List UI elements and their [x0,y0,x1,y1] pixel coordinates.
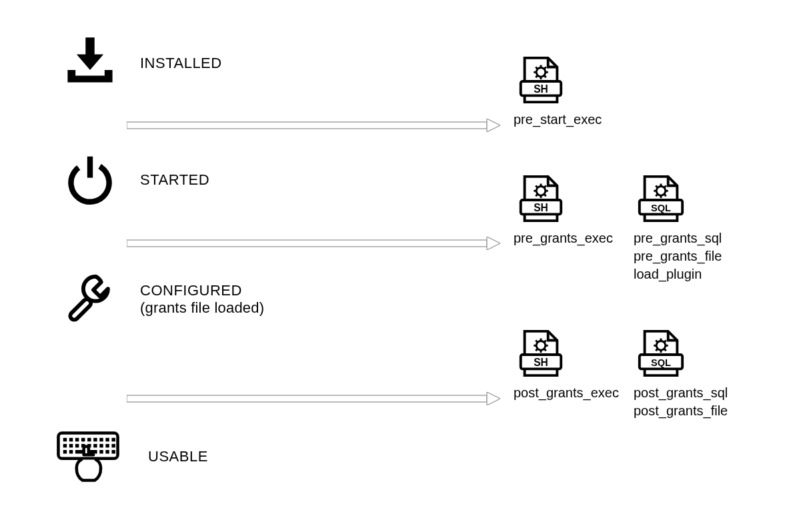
power-icon [60,150,120,210]
hook-label-post-grants-sql: post_grants_sql [634,384,728,402]
svg-line-23 [544,186,546,188]
svg-text:SH: SH [534,357,548,368]
file-pre-grants-sql: SQL pre_grants_sql pre_grants_file load_… [634,172,722,283]
svg-rect-69 [87,438,91,441]
svg-rect-83 [63,450,67,453]
stage-installed: INSTALLED [60,33,222,93]
svg-rect-67 [75,438,79,441]
svg-rect-81 [105,444,109,447]
stage-configured-sublabel: (grants file loaded) [140,299,264,317]
svg-line-61 [664,349,666,351]
svg-line-7 [536,67,538,69]
svg-line-47 [536,341,538,343]
svg-rect-65 [63,438,67,441]
stage-installed-label: INSTALLED [140,55,222,72]
svg-line-10 [544,75,546,77]
hook-label-pre-grants-sql: pre_grants_sql [634,229,722,247]
svg-rect-14 [87,157,93,178]
svg-rect-84 [69,450,73,453]
keyboard-hand-icon [55,427,121,487]
svg-rect-86 [99,450,103,453]
svg-line-25 [544,194,546,196]
hook-label-post-grants-file: post_grants_file [634,402,728,420]
svg-rect-0 [127,122,487,129]
wrench-icon [60,270,120,330]
stage-started: STARTED [60,150,209,210]
hook-label-pre-start-exec: pre_start_exec [514,111,602,129]
svg-rect-40 [127,395,487,402]
download-icon [60,33,120,93]
arrow-1 [127,119,500,131]
svg-rect-70 [93,438,97,441]
file-pre-grants-exec: SH pre_grants_exec [514,172,613,247]
svg-line-9 [536,75,538,77]
svg-line-59 [664,341,666,343]
svg-line-60 [656,349,658,351]
stage-configured-label: CONFIGURED [140,282,264,299]
svg-rect-79 [93,444,97,447]
svg-rect-74 [63,444,67,447]
file-post-grants-sql: SQL post_grants_sql post_grants_file [634,327,728,420]
svg-line-49 [536,349,538,351]
file-sql-icon: SQL [634,172,687,225]
hook-label-pre-grants-exec: pre_grants_exec [514,229,613,247]
svg-line-50 [544,349,546,351]
svg-line-33 [656,186,658,188]
svg-line-35 [656,194,658,196]
file-pre-start-exec: SH pre_start_exec [514,53,602,129]
svg-rect-39 [69,297,93,321]
stage-configured: CONFIGURED (grants file loaded) [60,270,264,330]
svg-rect-82 [111,444,115,447]
arrow-3 [127,392,500,404]
svg-rect-71 [99,438,103,441]
hook-label-load-plugin: load_plugin [634,265,722,283]
hook-label-post-grants-exec: post_grants_exec [514,384,619,402]
svg-line-36 [664,194,666,196]
file-post-grants-exec: SH post_grants_exec [514,327,619,402]
file-sql-icon: SQL [634,327,687,380]
svg-line-58 [656,341,658,343]
svg-line-34 [664,186,666,188]
svg-rect-72 [105,438,109,441]
stage-usable: USABLE [55,427,208,487]
arrow-2 [127,237,500,249]
svg-line-24 [536,194,538,196]
file-sh-icon: SH [514,172,567,225]
svg-line-22 [536,186,538,188]
svg-rect-80 [99,444,103,447]
stage-started-label: STARTED [140,171,209,189]
svg-rect-88 [111,450,115,453]
svg-rect-68 [81,438,85,441]
svg-marker-41 [487,392,500,405]
svg-rect-75 [69,444,73,447]
svg-line-48 [544,341,546,343]
stage-usable-label: USABLE [148,448,208,465]
svg-text:SQL: SQL [651,357,671,368]
svg-text:SQL: SQL [651,203,671,213]
file-sh-icon: SH [514,327,567,380]
svg-rect-15 [127,240,487,247]
svg-rect-73 [111,438,115,441]
svg-marker-1 [487,119,500,132]
svg-rect-76 [75,444,79,447]
svg-rect-87 [105,450,109,453]
file-sh-icon: SH [514,53,567,107]
svg-marker-16 [487,237,500,250]
hook-label-pre-grants-file: pre_grants_file [634,247,722,265]
svg-rect-66 [69,438,73,441]
svg-text:SH: SH [534,83,548,95]
svg-text:SH: SH [534,202,548,213]
svg-line-8 [544,67,546,69]
